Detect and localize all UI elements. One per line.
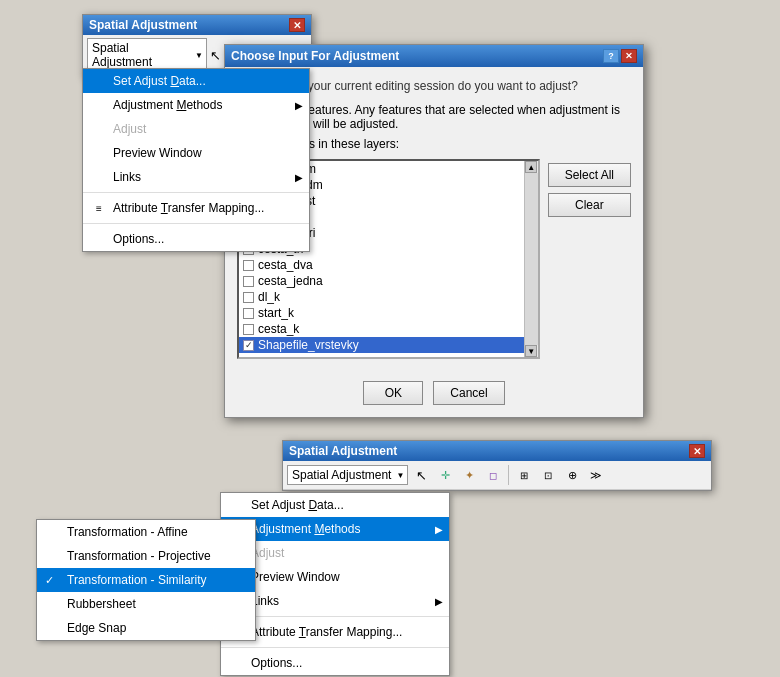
table2-btn-2[interactable]: ⊡ — [537, 464, 559, 486]
menu2-adjust-label: Adjust — [251, 546, 284, 560]
submenu-edge-snap[interactable]: ✓ Edge Snap — [37, 616, 255, 640]
layer-name-cesta-jedna: cesta_jedna — [258, 274, 323, 288]
menu2-preview-window-label: Preview Window — [251, 570, 340, 584]
window1-controls: ✕ — [289, 18, 305, 32]
adjustment-methods-submenu: ✓ Transformation - Affine ✓ Transformati… — [36, 519, 256, 641]
layer-name-shapefile-vrstevky: Shapefile_vrstevky — [258, 338, 359, 352]
snap-btn-2[interactable]: ⊕ — [561, 464, 583, 486]
layer-name-cesta-k: cesta_k — [258, 322, 299, 336]
transformation-affine-label: Transformation - Affine — [67, 525, 188, 539]
set-adjust-data-label: Set Adjust Data... — [113, 74, 206, 88]
spatial-adjustment-dropdown-2[interactable]: Spatial Adjustment — [287, 465, 408, 485]
options-label: Options... — [113, 232, 164, 246]
checkbox-shapefile-vrstevky[interactable]: ✓ — [243, 340, 254, 351]
window2-controls: ✕ — [689, 444, 705, 458]
select-all-btn[interactable]: Select All — [548, 163, 631, 187]
list-action-buttons: Select All Clear — [548, 159, 631, 359]
list-item-shapefile-vrstevky[interactable]: ✓ Shapefile_vrstevky — [239, 337, 524, 353]
scroll-up-btn[interactable]: ▲ — [525, 161, 537, 173]
toolbar-sep2 — [508, 465, 509, 485]
scroll-track — [525, 173, 538, 345]
dialog-help-btn[interactable]: ? — [603, 49, 619, 63]
menu2-options[interactable]: Options... — [221, 651, 449, 675]
submenu-transformation-similarity[interactable]: ✓ Transformation - Similarity — [37, 568, 255, 592]
menu2-options-label: Options... — [251, 656, 302, 670]
adjustment-methods-label: Adjustment Methods — [113, 98, 222, 112]
transformation-similarity-label: Transformation - Similarity — [67, 573, 207, 587]
menu-sep1 — [83, 192, 309, 193]
menu-sep2 — [83, 223, 309, 224]
menu2-set-adjust-label: Set Adjust Data... — [251, 498, 344, 512]
add-link-btn-2[interactable]: ✛ — [434, 464, 456, 486]
window1-titlebar: Spatial Adjustment ✕ — [83, 15, 311, 35]
more-btn-2[interactable]: ≫ — [585, 464, 607, 486]
dialog-close-btn[interactable]: ✕ — [621, 49, 637, 63]
submenu-rubbersheet[interactable]: ✓ Rubbersheet — [37, 592, 255, 616]
similarity-checkmark: ✓ — [45, 574, 54, 587]
list-item-cesta-jedna[interactable]: cesta_jedna — [239, 273, 524, 289]
links-label: Links — [113, 170, 141, 184]
window1-title: Spatial Adjustment — [89, 18, 197, 32]
list-item-cesta-dva[interactable]: cesta_dva — [239, 257, 524, 273]
list-item-dl-k[interactable]: dl_k — [239, 289, 524, 305]
cancel-btn[interactable]: Cancel — [433, 381, 504, 405]
list-scrollbar[interactable]: ▲ ▼ — [524, 161, 538, 357]
window2-close[interactable]: ✕ — [689, 444, 705, 458]
menu-item-attribute-transfer[interactable]: ≡ Attribute Transfer Mapping... — [83, 196, 309, 220]
menu2-adjustment-methods-label: Adjustment Methods — [251, 522, 360, 536]
menu2-set-adjust-data[interactable]: Set Adjust Data... — [221, 493, 449, 517]
menu-item-adjustment-methods[interactable]: Adjustment Methods ▶ — [83, 93, 309, 117]
table1-btn-2[interactable]: ⊞ — [513, 464, 535, 486]
ok-btn[interactable]: OK — [363, 381, 423, 405]
rubbersheet-label: Rubbersheet — [67, 597, 136, 611]
window2-toolbar: Spatial Adjustment ↖ ✛ ✦ ◻ ⊞ ⊡ ⊕ ≫ — [283, 461, 711, 490]
edge-snap-label: Edge Snap — [67, 621, 126, 635]
cursor-tool-btn-2[interactable]: ↖ — [410, 464, 432, 486]
dialog-title: Choose Input For Adjustment — [231, 49, 399, 63]
select-btn-2[interactable]: ◻ — [482, 464, 504, 486]
submenu-transformation-projective[interactable]: ✓ Transformation - Projective — [37, 544, 255, 568]
menu2-sep2 — [221, 647, 449, 648]
links-arrow: ▶ — [295, 172, 303, 183]
menu-item-adjust[interactable]: Adjust — [83, 117, 309, 141]
submenu-transformation-affine[interactable]: ✓ Transformation - Affine — [37, 520, 255, 544]
spatial-adjustment-window-2: Spatial Adjustment ✕ Spatial Adjustment … — [282, 440, 712, 491]
window1-close[interactable]: ✕ — [289, 18, 305, 32]
list-item-cesta-k[interactable]: cesta_k — [239, 321, 524, 337]
layer-name-start-k: start_k — [258, 306, 294, 320]
layer-name-cesta-dva: cesta_dva — [258, 258, 313, 272]
menu2-links-arrow: ▶ — [435, 596, 443, 607]
radio-selected-features-label: Selected features. Any features that are… — [255, 103, 631, 131]
clear-btn[interactable]: Clear — [548, 193, 631, 217]
spatial-adjustment-menu-1: Set Adjust Data... Adjustment Methods ▶ … — [82, 68, 310, 252]
window2-title: Spatial Adjustment — [289, 444, 397, 458]
window2-titlebar: Spatial Adjustment ✕ — [283, 441, 711, 461]
attribute-transfer-icon: ≡ — [91, 200, 107, 216]
dialog-titlebar: Choose Input For Adjustment ? ✕ — [225, 45, 643, 67]
scroll-down-btn[interactable]: ▼ — [525, 345, 537, 357]
cursor-tool-btn[interactable]: ↖ — [209, 44, 222, 66]
menu2-attribute-label: Attribute Transfer Mapping... — [251, 625, 402, 639]
checkbox-cesta-dva[interactable] — [243, 260, 254, 271]
menu-item-links[interactable]: Links ▶ — [83, 165, 309, 189]
edit-link-btn-2[interactable]: ✦ — [458, 464, 480, 486]
checkbox-start-k[interactable] — [243, 308, 254, 319]
dialog-footer: OK Cancel — [225, 371, 643, 417]
adjust-label: Adjust — [113, 122, 146, 136]
transformation-projective-label: Transformation - Projective — [67, 549, 211, 563]
dialog-title-buttons: ? ✕ — [603, 49, 637, 63]
checkbox-cesta-k[interactable] — [243, 324, 254, 335]
preview-window-label: Preview Window — [113, 146, 202, 160]
menu-item-preview-window[interactable]: Preview Window — [83, 141, 309, 165]
attribute-transfer-label: Attribute Transfer Mapping... — [113, 201, 264, 215]
spatial-adjustment-dropdown-1[interactable]: Spatial Adjustment — [87, 38, 207, 72]
layer-name-dl-k: dl_k — [258, 290, 280, 304]
checkbox-cesta-jedna[interactable] — [243, 276, 254, 287]
menu-item-options[interactable]: Options... — [83, 227, 309, 251]
adjustment-methods-arrow: ▶ — [295, 100, 303, 111]
menu2-adjustment-methods-arrow: ▶ — [435, 524, 443, 535]
menu-item-set-adjust-data[interactable]: Set Adjust Data... — [83, 69, 309, 93]
checkbox-dl-k[interactable] — [243, 292, 254, 303]
list-item-start-k[interactable]: start_k — [239, 305, 524, 321]
